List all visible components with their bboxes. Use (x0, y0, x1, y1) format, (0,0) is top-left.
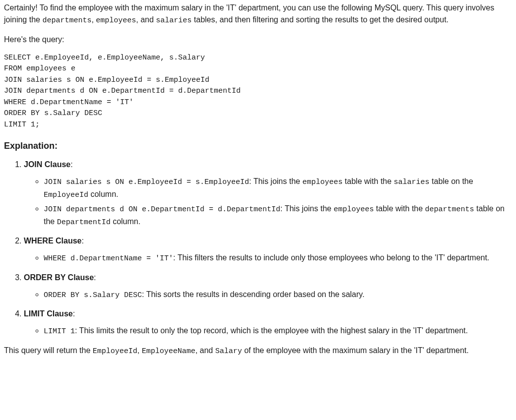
inline-code: DepartmentId (57, 218, 111, 227)
inline-code: employees (333, 205, 374, 214)
inline-code: salaries (156, 16, 192, 25)
explanation-subitem: LIMIT 1: This limits the result to only … (44, 325, 512, 338)
inline-code: EmployeeName (142, 347, 195, 356)
explanation-item-title: ORDER BY Clause (24, 273, 94, 282)
explanation-sublist: LIMIT 1: This limits the result to only … (24, 325, 512, 338)
inline-code: WHERE d.DepartmentName = 'IT' (44, 254, 173, 263)
inline-code: JOIN departments d ON e.DepartmentId = d… (44, 205, 280, 214)
inline-code: Salary (215, 347, 242, 356)
explanation-subitem: JOIN departments d ON e.DepartmentId = d… (44, 203, 512, 228)
explanation-item-title: WHERE Clause (24, 237, 81, 245)
explanation-item-title: JOIN Clause (24, 160, 70, 169)
inline-code: departments (425, 205, 474, 214)
inline-code: employees (96, 16, 136, 25)
explanation-subitem: WHERE d.DepartmentName = 'IT': This filt… (44, 252, 512, 265)
inline-code: employees (302, 178, 342, 186)
inline-code: departments (42, 16, 91, 25)
explanation-item-title: LIMIT Clause (24, 309, 73, 318)
explanation-list: JOIN Clause:JOIN salaries s ON e.Employe… (4, 159, 512, 338)
explanation-item: JOIN Clause:JOIN salaries s ON e.Employe… (24, 159, 512, 228)
inline-code: EmployeeId (93, 347, 137, 356)
explanation-sublist: JOIN salaries s ON e.EmployeeId = s.Empl… (24, 176, 512, 228)
explanation-subitem: ORDER BY s.Salary DESC: This sorts the r… (44, 289, 512, 301)
explanation-item: ORDER BY Clause:ORDER BY s.Salary DESC: … (24, 272, 512, 301)
inline-code: salaries (394, 178, 430, 186)
explanation-item: WHERE Clause:WHERE d.DepartmentName = 'I… (24, 235, 512, 265)
explanation-heading: Explanation: (4, 139, 512, 153)
intro-paragraph-2: Here's the query: (4, 34, 512, 46)
intro-paragraph-1: Certainly! To find the employee with the… (4, 2, 512, 27)
explanation-item: LIMIT Clause:LIMIT 1: This limits the re… (24, 308, 512, 338)
closing-paragraph: This query will return the EmployeeId, E… (4, 345, 512, 358)
inline-code: EmployeeId (44, 191, 88, 199)
inline-code: LIMIT 1 (44, 327, 75, 336)
explanation-sublist: WHERE d.DepartmentName = 'IT': This filt… (24, 252, 512, 265)
inline-code: JOIN salaries s ON e.EmployeeId = s.Empl… (44, 178, 249, 186)
explanation-sublist: ORDER BY s.Salary DESC: This sorts the r… (24, 289, 512, 301)
explanation-subitem: JOIN salaries s ON e.EmployeeId = s.Empl… (44, 176, 512, 201)
sql-code-block: SELECT e.EmployeeId, e.EmployeeName, s.S… (4, 53, 512, 131)
inline-code: ORDER BY s.Salary DESC (44, 291, 142, 300)
